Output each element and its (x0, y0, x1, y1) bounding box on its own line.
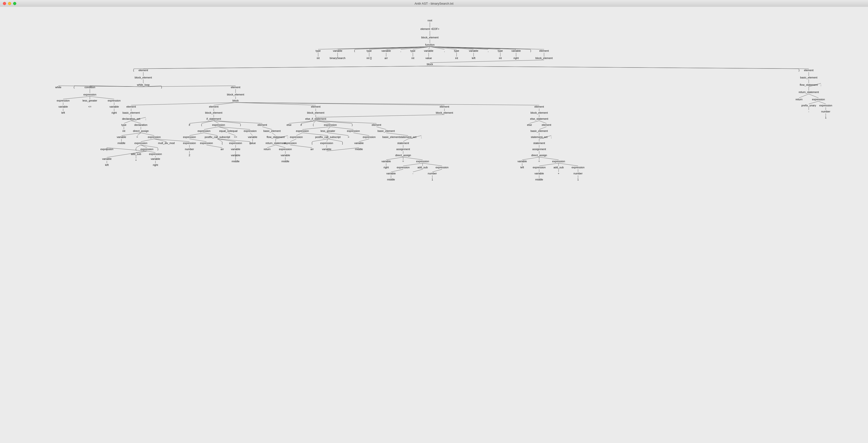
svg-line-98 (219, 127, 250, 129)
tree-node-eq_da3: = (538, 160, 540, 163)
tree-node-block_element7: block_element (436, 111, 453, 114)
tree-node-statement_set1: statement_set (400, 135, 416, 138)
tree-node-variable_da: variable (117, 135, 126, 138)
svg-line-71 (124, 121, 131, 123)
tree-node-expression_da: expression (148, 135, 160, 138)
svg-line-31 (133, 66, 430, 69)
tree-node-binarySearch: binarySearch (330, 57, 346, 60)
svg-line-111 (262, 127, 272, 129)
tree-node-postfix_cs1: postfix_call_subscript (205, 135, 230, 138)
svg-line-130 (296, 133, 302, 135)
tree-node-expression_mda: expression (183, 141, 196, 145)
tree-svg (5, 12, 863, 194)
tree-node-expr_elif1a: expression (290, 135, 303, 138)
tree-node-rparen_e: ) (157, 148, 158, 151)
maximize-button[interactable] (13, 2, 16, 5)
svg-line-164 (539, 127, 547, 129)
window-title: Antlr AST - binarySearch.txt (414, 2, 454, 5)
tree-node-type5: type (498, 49, 503, 52)
tree-node-number_da3: number (574, 172, 582, 175)
tree-node-element_if: element (257, 123, 267, 126)
svg-line-116 (276, 145, 285, 148)
tree-node-int2: int [] (367, 57, 372, 60)
tree-node-add_sub2: add_sub (554, 166, 564, 169)
tree-node-middle_da3: middle (535, 178, 543, 181)
tree-node-basic_element_elif: basic_element (378, 129, 395, 132)
svg-line-135 (327, 139, 328, 141)
tree-node-expression_da2: expression (416, 160, 429, 163)
svg-line-64 (214, 102, 236, 105)
tree-node-add_sub1: add_sub (417, 166, 428, 169)
svg-line-75 (121, 133, 141, 135)
tree-node-rbracket2: ] (342, 141, 343, 145)
tree-node-block_element: block_element (422, 36, 439, 39)
svg-line-105 (217, 139, 250, 141)
tree-node-expression_da3: expression (552, 160, 565, 163)
tree-node-expr_add: expression (100, 148, 113, 151)
tree-node-basic_element1: basic_element (800, 76, 817, 79)
tree-node-eq_da2: = (402, 160, 404, 163)
tree-node-middle2: middle (232, 160, 240, 163)
tree-node-element4: element (231, 86, 240, 89)
tree-node-element3: element (804, 69, 813, 72)
svg-line-154 (423, 163, 442, 166)
tree-node-lparen: ( (354, 49, 355, 52)
tree-node-return_statement2: return_statement (266, 141, 286, 145)
tree-node-less_greater: less_greater (83, 99, 97, 102)
close-button[interactable] (3, 2, 6, 5)
tree-node-middle_da2: middle (387, 178, 395, 181)
tree-node-expr_sum: expression (134, 141, 147, 145)
tree-node-middle_elif: middle (355, 148, 363, 151)
svg-line-34 (430, 66, 809, 69)
window-controls[interactable] (3, 2, 16, 5)
svg-line-54 (63, 96, 90, 99)
tree-node-value: value (426, 57, 432, 60)
tree-node-arr2: arr (220, 148, 224, 151)
tree-node-rparen: ) (530, 49, 531, 52)
tree-node-expr_if1a: expression (183, 135, 196, 138)
tree-node-expression1: expression (83, 93, 96, 96)
svg-line-79 (141, 139, 154, 141)
svg-line-52 (143, 86, 236, 87)
tree-node-root: root (428, 19, 432, 22)
tree-node-statement1: statement (397, 141, 409, 145)
svg-line-142 (376, 127, 386, 129)
tree-node-variable_right3: variable (151, 157, 160, 160)
tree-node-if_kw2: if (301, 123, 302, 126)
tree-node-plus1: + (558, 172, 559, 175)
svg-line-170 (522, 157, 539, 160)
tree-node-lbracket2: [ (312, 141, 312, 145)
tree-node-type4: type (454, 49, 459, 52)
tree-node-return_kw: return (796, 98, 803, 101)
tree-node-postfix_cs2: postfix_call_subscript (315, 135, 341, 138)
minimize-button[interactable] (8, 2, 11, 5)
tree-node-block_element4: block_element (227, 93, 244, 96)
tree-node-int1: int (317, 57, 320, 60)
tree-node-while_kw: while (55, 86, 61, 89)
tree-node-expr_left: expression (57, 99, 69, 102)
svg-line-95 (214, 121, 262, 123)
tree-node-direct_assign: direct_assign (133, 129, 149, 132)
tree-node-lbrace: { (133, 69, 134, 72)
tree-node-basic_element2: basic_element (123, 111, 140, 114)
svg-line-122 (301, 121, 316, 123)
tree-node-variable3: variable (424, 49, 434, 52)
tree-node-element6: element (209, 105, 218, 108)
tree-node-variable_elif: variable (354, 141, 364, 145)
tree-node-type1: type (316, 49, 321, 52)
svg-line-43 (809, 101, 818, 104)
svg-line-12 (430, 46, 457, 49)
tree-node-expression_arr2: expression (320, 141, 333, 145)
svg-line-138 (327, 148, 359, 151)
svg-line-123 (313, 121, 316, 123)
tree-node-rbrace: } (799, 69, 800, 72)
tree-node-left2: left (105, 163, 109, 166)
tree-node-eq_eq: == (234, 135, 237, 138)
svg-line-63 (131, 102, 236, 105)
tree-node-expr_right: expression (107, 99, 120, 102)
svg-line-174 (539, 163, 559, 166)
tree-node-number_da2: number (428, 172, 437, 175)
tree-node-expr_if1b: expression (200, 141, 213, 145)
tree-node-return_statement: return_statement (799, 91, 819, 94)
svg-line-97 (219, 127, 228, 129)
